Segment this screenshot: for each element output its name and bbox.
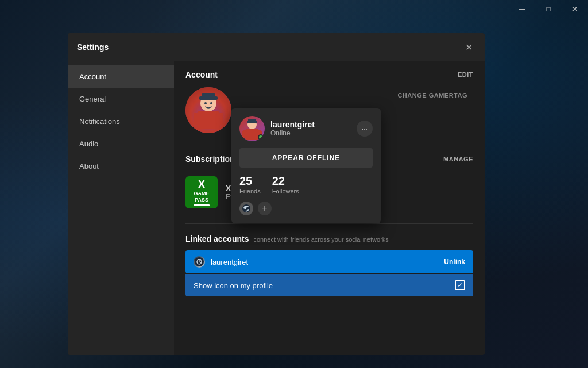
show-icon-row[interactable]: Show icon on my profile ✓ <box>185 274 473 296</box>
settings-body: Account General Notifications Audio Abou… <box>68 61 485 355</box>
sidebar-item-account[interactable]: Account <box>68 65 174 88</box>
followers-count: 22 <box>272 175 299 188</box>
linked-accounts-header: Linked accounts connect with friends acr… <box>185 234 473 243</box>
svg-rect-5 <box>202 93 215 99</box>
sidebar-item-audio[interactable]: Audio <box>68 133 174 155</box>
steam-platform-icon <box>194 256 205 268</box>
content-area: Account EDIT <box>174 61 485 355</box>
svg-rect-3 <box>216 113 223 125</box>
linked-steam-username: laurentgiret <box>211 258 248 266</box>
avatar-figure <box>185 87 231 133</box>
sidebar-item-about[interactable]: About <box>68 155 174 177</box>
friends-count: 25 <box>239 175 261 188</box>
xbox-icon-text: GAMEPASS <box>194 191 210 203</box>
profile-status: Online <box>270 129 315 137</box>
profile-popup: laurentgiret Online ··· APPEAR OFFLINE 2… <box>231 108 381 223</box>
manage-button[interactable]: MANAGE <box>443 156 473 162</box>
edit-button[interactable]: EDIT <box>458 71 473 78</box>
divider-2 <box>185 223 473 224</box>
svg-point-6 <box>204 102 207 104</box>
xbox-bar <box>194 204 210 206</box>
window-controls: — □ ✕ <box>509 0 588 18</box>
online-indicator <box>258 134 264 140</box>
followers-label: Followers <box>272 188 299 195</box>
add-social-icon[interactable]: + <box>258 202 272 215</box>
sidebar-item-general[interactable]: General <box>68 88 174 110</box>
xbox-x-logo: X <box>198 179 205 191</box>
account-profile-row: laurentgiret Online ··· APPEAR OFFLINE 2… <box>185 87 473 133</box>
linked-account-row-steam: laurentgiret Unlink <box>185 250 473 273</box>
title-bar: — □ ✕ <box>0 0 588 18</box>
followers-stat: 22 Followers <box>272 175 299 195</box>
svg-rect-13 <box>248 119 256 122</box>
steam-icon-svg <box>242 204 250 212</box>
profile-popup-user: laurentgiret Online <box>239 116 315 141</box>
xbox-game-pass-icon: X GAMEPASS <box>185 176 218 208</box>
steam-social-icon[interactable] <box>239 202 253 215</box>
account-section-title: Account <box>185 70 218 79</box>
change-gamertag-button[interactable]: CHANGE GAMERTAG <box>397 92 467 99</box>
account-section-header: Account EDIT <box>185 70 473 79</box>
svg-rect-2 <box>194 113 200 125</box>
account-avatar-large <box>185 87 231 133</box>
profile-more-button[interactable]: ··· <box>357 121 373 137</box>
profile-popup-avatar <box>239 116 265 141</box>
maximize-button[interactable]: □ <box>535 0 562 18</box>
settings-close-button[interactable]: ✕ <box>462 40 475 54</box>
profile-username: laurentgiret <box>270 120 315 129</box>
friends-label: Friends <box>239 188 261 195</box>
svg-rect-9 <box>245 129 259 140</box>
show-icon-label: Show icon on my profile <box>194 281 273 290</box>
friends-stat: 25 Friends <box>239 175 261 195</box>
svg-rect-10 <box>242 130 247 138</box>
window-close-button[interactable]: ✕ <box>562 0 588 18</box>
linked-account-info: laurentgiret <box>194 256 248 268</box>
unlink-button[interactable]: Unlink <box>444 258 465 266</box>
svg-point-7 <box>210 102 212 104</box>
linked-accounts-subtitle: connect with friends across your social … <box>253 236 388 243</box>
sidebar: Account General Notifications Audio Abou… <box>68 61 174 355</box>
settings-window: Settings ✕ Account General Notifications… <box>68 33 485 355</box>
minimize-button[interactable]: — <box>509 0 535 18</box>
profile-stats: 25 Friends 22 Followers <box>239 175 373 195</box>
profile-info: laurentgiret Online <box>270 120 315 137</box>
settings-title: Settings <box>77 42 109 52</box>
profile-popup-header: laurentgiret Online ··· <box>239 116 373 141</box>
avatar-background <box>185 87 231 133</box>
show-icon-checkbox[interactable]: ✓ <box>455 280 465 290</box>
settings-header: Settings ✕ <box>68 33 485 61</box>
sidebar-item-notifications[interactable]: Notifications <box>68 110 174 133</box>
profile-social-icons: + <box>239 202 373 215</box>
appear-offline-button[interactable]: APPEAR OFFLINE <box>239 148 373 168</box>
linked-accounts-title: Linked accounts <box>185 234 249 243</box>
steam-logo-svg <box>195 257 204 266</box>
